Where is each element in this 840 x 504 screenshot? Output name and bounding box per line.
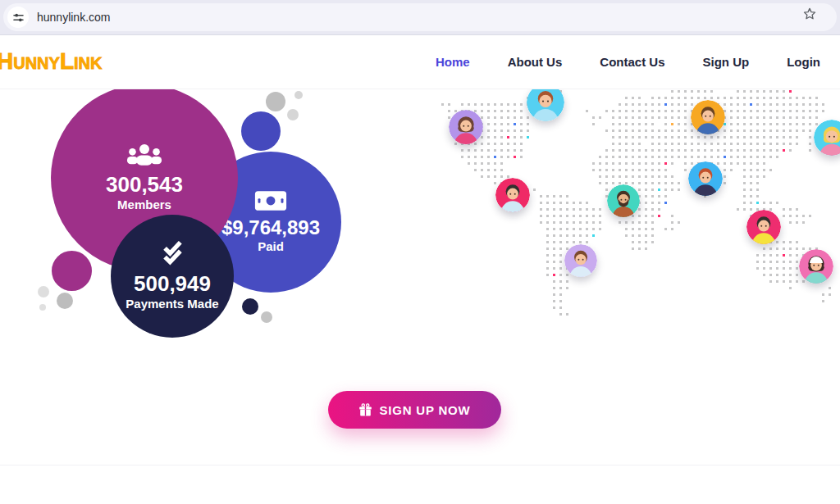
nav-item-login[interactable]: Login [787, 55, 820, 69]
user-avatar [449, 110, 483, 144]
star-outline-icon [802, 7, 817, 21]
url-text[interactable]: hunnylink.com [37, 11, 111, 24]
section-divider [0, 465, 840, 465]
payments-label: Payments Made [126, 297, 218, 311]
user-avatar [799, 249, 833, 284]
gift-icon [358, 403, 372, 417]
members-count: 300,543 [106, 173, 183, 198]
decor-dot [287, 109, 299, 120]
decor-dot [242, 298, 258, 315]
nav-item-contact-us[interactable]: Contact Us [600, 55, 664, 69]
members-icon [126, 143, 163, 168]
paid-amount: $9,764,893 [221, 216, 320, 239]
decor-dot [39, 304, 46, 311]
payments-stat-bubble: 500,949 Payments Made [111, 215, 234, 338]
decor-dot [261, 311, 272, 323]
decor-dot [294, 91, 303, 99]
user-avatar [691, 100, 725, 134]
site-header: HunnyLink Home About Us Contact Us Sign … [0, 34, 840, 89]
nav-item-about-us[interactable]: About Us [508, 55, 563, 69]
hero-section: 300,543 Members $9,764,893 Paid 500,949 … [0, 89, 840, 504]
user-avatar [746, 210, 781, 244]
bookmark-star-button[interactable] [802, 7, 817, 21]
money-bill-icon [254, 190, 287, 211]
payments-count: 500,949 [134, 272, 211, 297]
sign-up-now-button[interactable]: SIGN UP NOW [328, 391, 501, 429]
decor-dot [241, 111, 281, 151]
decor-dot [266, 92, 285, 111]
site-settings-button[interactable] [7, 7, 29, 28]
user-avatar [564, 244, 597, 277]
user-avatar [607, 184, 640, 217]
site-logo[interactable]: HunnyLink [0, 48, 102, 75]
sign-up-now-label: SIGN UP NOW [379, 403, 470, 417]
tune-icon [13, 12, 24, 23]
nav-item-home[interactable]: Home [436, 55, 470, 69]
main-navigation: Home About Us Contact Us Sign Up Login [436, 34, 820, 89]
browser-toolbar: hunnylink.com [0, 0, 840, 35]
paid-label: Paid [258, 239, 284, 254]
address-bar[interactable]: hunnylink.com [3, 3, 837, 31]
members-label: Members [117, 198, 171, 212]
decor-dot [52, 251, 92, 291]
decor-dot [57, 293, 73, 309]
nav-item-sign-up[interactable]: Sign Up [703, 55, 750, 69]
decor-dot [38, 286, 49, 297]
user-avatar [495, 178, 530, 212]
user-avatar [688, 161, 723, 196]
double-check-icon [158, 241, 186, 267]
